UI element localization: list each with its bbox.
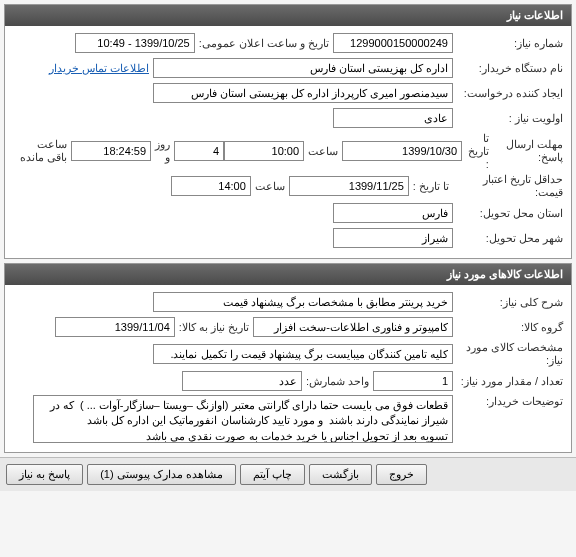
buyer-label: نام دستگاه خریدار: — [453, 62, 563, 75]
buyer-notes-label: توضیحات خریدار: — [453, 395, 563, 408]
min-validity-time-field[interactable] — [171, 176, 251, 196]
need-info-header: اطلاعات نیاز — [5, 5, 571, 26]
priority-field[interactable] — [333, 108, 453, 128]
min-validity-date-field[interactable] — [289, 176, 409, 196]
goods-info-header: اطلاعات کالاهای مورد نیاز — [5, 264, 571, 285]
respond-button[interactable]: پاسخ به نیاز — [6, 464, 83, 485]
public-datetime-field[interactable] — [75, 33, 195, 53]
deadline-time-field[interactable] — [224, 141, 304, 161]
unit-label: واحد شمارش: — [302, 375, 373, 388]
goods-info-body: شرح کلی نیاز: گروه کالا: تاریخ نیاز به ک… — [5, 285, 571, 452]
qty-label: تعداد / مقدار مورد نیاز: — [453, 375, 563, 388]
time-label-1: ساعت — [304, 145, 342, 158]
city-label: شهر محل تحویل: — [453, 232, 563, 245]
creator-field[interactable] — [153, 83, 453, 103]
back-button[interactable]: بازگشت — [309, 464, 372, 485]
time-remaining-field[interactable] — [71, 141, 151, 161]
min-validity-until: تا تاریخ : — [409, 180, 453, 193]
until-label: تا تاریخ : — [462, 132, 493, 170]
specs-field[interactable] — [153, 344, 453, 364]
group-label: گروه کالا: — [453, 321, 563, 334]
need-date-label: تاریخ نیاز به کالا: — [175, 321, 253, 334]
min-validity-label: حداقل تاریخ اعتبار قیمت: — [453, 173, 563, 199]
button-bar: خروج بازگشت چاپ آیتم مشاهده مدارک پیوستی… — [0, 457, 576, 491]
buyer-contact-link[interactable]: اطلاعات تماس خریدار — [45, 62, 153, 75]
province-label: استان محل تحویل: — [453, 207, 563, 220]
deadline-label: مهلت ارسال پاسخ: — [493, 138, 563, 164]
need-number-label: شماره نیاز: — [453, 37, 563, 50]
buyer-field[interactable] — [153, 58, 453, 78]
need-info-panel: اطلاعات نیاز شماره نیاز: تاریخ و ساعت اع… — [4, 4, 572, 259]
need-number-field[interactable] — [333, 33, 453, 53]
province-field[interactable] — [333, 203, 453, 223]
goods-info-panel: اطلاعات کالاهای مورد نیاز شرح کلی نیاز: … — [4, 263, 572, 453]
days-label: روز و — [151, 138, 174, 164]
specs-label: مشخصات کالای مورد نیاز: — [453, 341, 563, 367]
attachments-button[interactable]: مشاهده مدارک پیوستی (1) — [87, 464, 236, 485]
need-date-field[interactable] — [55, 317, 175, 337]
qty-field[interactable] — [373, 371, 453, 391]
priority-label: اولویت نیاز : — [453, 112, 563, 125]
time-label-2: ساعت — [251, 180, 289, 193]
general-desc-label: شرح کلی نیاز: — [453, 296, 563, 309]
deadline-date-field[interactable] — [342, 141, 462, 161]
city-field[interactable] — [333, 228, 453, 248]
days-remaining-field[interactable] — [174, 141, 224, 161]
buyer-notes-field[interactable] — [33, 395, 453, 443]
exit-button[interactable]: خروج — [376, 464, 427, 485]
need-info-body: شماره نیاز: تاریخ و ساعت اعلان عمومی: نا… — [5, 26, 571, 258]
group-field[interactable] — [253, 317, 453, 337]
creator-label: ایجاد کننده درخواست: — [453, 87, 563, 100]
public-datetime-label: تاریخ و ساعت اعلان عمومی: — [195, 37, 333, 50]
print-button[interactable]: چاپ آیتم — [240, 464, 305, 485]
unit-field[interactable] — [182, 371, 302, 391]
remaining-label: ساعت باقی مانده — [13, 138, 71, 164]
general-desc-field[interactable] — [153, 292, 453, 312]
